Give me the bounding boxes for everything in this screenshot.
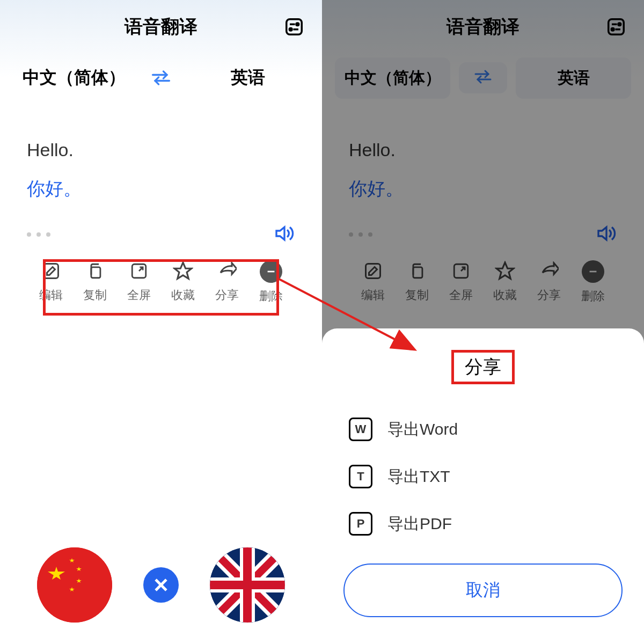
right-screenshot: 语音翻译 中文（简体） 英语 bbox=[322, 0, 644, 644]
source-language[interactable]: 中文（简体） bbox=[12, 66, 136, 90]
page-title: 语音翻译 bbox=[125, 14, 197, 39]
more-icon[interactable] bbox=[27, 232, 50, 237]
uk-flag-button[interactable] bbox=[210, 547, 285, 623]
txt-icon: T bbox=[349, 465, 372, 488]
word-icon: W bbox=[349, 418, 372, 441]
export-txt-button[interactable]: T 导出TXT bbox=[322, 453, 644, 500]
export-pdf-button[interactable]: P 导出PDF bbox=[322, 500, 644, 547]
target-language[interactable]: 英语 bbox=[186, 66, 310, 90]
language-selector: 中文（简体） 英语 bbox=[0, 54, 322, 102]
share-sheet: 分享 W 导出Word T 导出TXT P 导出PDF 取消 bbox=[322, 328, 644, 644]
svg-rect-27 bbox=[210, 581, 285, 589]
left-screenshot: 语音翻译 中文（简体） 英语 Hello. 你好。 bbox=[0, 0, 322, 644]
source-text: Hello. bbox=[27, 140, 295, 160]
speaker-icon[interactable] bbox=[274, 223, 295, 246]
menu-icon[interactable] bbox=[282, 15, 306, 39]
close-button[interactable] bbox=[143, 567, 179, 603]
svg-point-3 bbox=[289, 28, 292, 31]
svg-point-2 bbox=[296, 23, 299, 26]
target-text: 你好。 bbox=[27, 177, 295, 201]
svg-rect-0 bbox=[287, 19, 302, 35]
cancel-button[interactable]: 取消 bbox=[343, 564, 623, 617]
pdf-icon: P bbox=[349, 512, 372, 536]
card-footer bbox=[27, 223, 295, 246]
svg-marker-7 bbox=[276, 227, 284, 239]
highlight-box bbox=[43, 259, 279, 316]
svg-point-14 bbox=[37, 547, 112, 623]
header: 语音翻译 bbox=[0, 0, 322, 54]
bottom-dock bbox=[0, 547, 322, 623]
export-word-button[interactable]: W 导出Word bbox=[322, 406, 644, 453]
swap-icon[interactable] bbox=[149, 69, 173, 87]
chinese-flag-button[interactable] bbox=[37, 547, 112, 623]
sheet-title: 分享 bbox=[451, 350, 515, 384]
